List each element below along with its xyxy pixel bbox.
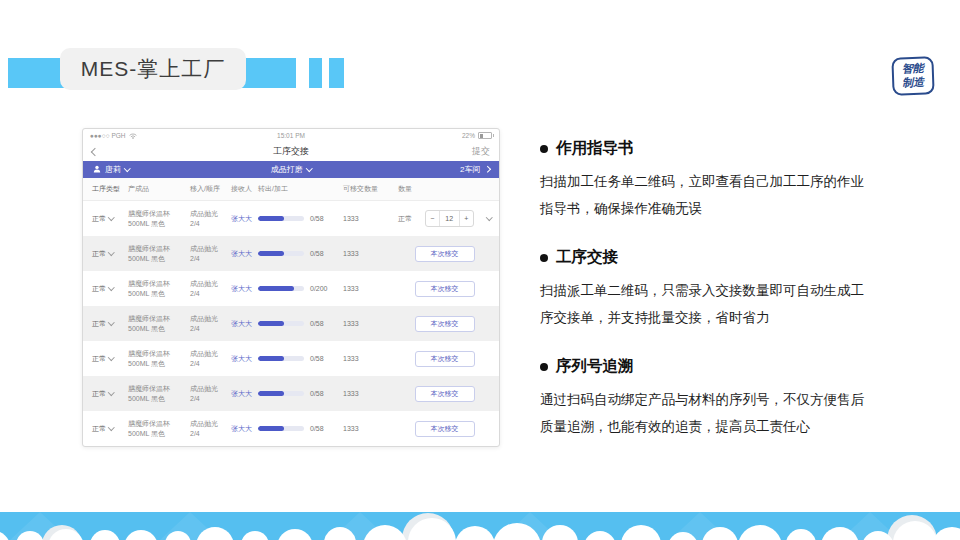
product-cell: 膳魔师保温杯500ML 黑色	[128, 244, 190, 264]
smart-manufacturing-stamp: 智能 制造	[891, 56, 934, 95]
progress-track	[258, 251, 304, 256]
progress-cell: 0/58	[258, 320, 343, 327]
chevron-down-icon	[108, 424, 114, 430]
progress-ratio: 0/58	[310, 355, 324, 362]
step-cell: 成品抛光2/4	[190, 209, 231, 229]
process-type-dropdown[interactable]: 正常	[83, 249, 128, 259]
receiver-link[interactable]: 张大大	[231, 424, 258, 434]
user-name: 唐莉	[105, 164, 121, 175]
progress-track	[258, 216, 304, 221]
process-type-dropdown[interactable]: 正常	[83, 319, 128, 329]
step-cell: 成品抛光2/4	[190, 419, 231, 439]
table-row: 正常 膳魔师保温杯500ML 黑色 成品抛光2/4 张大大 0/58 1333 …	[83, 341, 499, 376]
product-cell: 膳魔师保温杯500ML 黑色	[128, 279, 190, 299]
process-name: 成品打磨	[271, 164, 303, 175]
transfer-button[interactable]: 本次移交	[415, 246, 475, 262]
user-icon	[93, 165, 101, 173]
receiver-link[interactable]: 张大大	[231, 284, 258, 294]
wifi-icon	[129, 133, 137, 139]
progress-fill	[258, 286, 294, 291]
quantity-stepper[interactable]: −12+	[425, 210, 474, 227]
progress-fill	[258, 321, 284, 326]
nav-bar: 工序交接 提交	[83, 143, 499, 161]
receiver-link[interactable]: 张大大	[231, 319, 258, 329]
stepper-minus-button[interactable]: −	[426, 211, 439, 226]
process-type-dropdown[interactable]: 正常	[83, 424, 128, 434]
table-row: 正常 膳魔师保温杯500ML 黑色 成品抛光2/4 张大大 0/58 1333 …	[83, 201, 499, 236]
progress-fill	[258, 391, 284, 396]
receiver-link[interactable]: 张大大	[231, 354, 258, 364]
transfer-button[interactable]: 本次移交	[415, 421, 475, 437]
progress-cell: 0/200	[258, 285, 343, 292]
column-header: 移入/顺序	[190, 184, 231, 194]
process-dropdown[interactable]: 成品打磨	[83, 164, 499, 175]
chevron-down-icon	[108, 214, 114, 220]
transfer-button[interactable]: 本次移交	[415, 281, 475, 297]
banner-accent-bar	[329, 58, 344, 88]
table-row: 正常 膳魔师保温杯500ML 黑色 成品抛光2/4 张大大 0/58 1333 …	[83, 376, 499, 411]
transferable-qty: 1333	[343, 425, 390, 432]
chevron-down-icon[interactable]	[486, 214, 492, 220]
progress-cell: 0/58	[258, 355, 343, 362]
progress-cell: 0/58	[258, 250, 343, 257]
user-dropdown[interactable]: 唐莉	[93, 164, 130, 175]
workshop-selector[interactable]: 2车间	[460, 164, 489, 175]
step-cell: 成品抛光2/4	[190, 314, 231, 334]
product-cell: 膳魔师保温杯500ML 黑色	[128, 349, 190, 369]
transfer-button[interactable]: 本次移交	[415, 351, 475, 367]
process-type-dropdown[interactable]: 正常	[83, 284, 128, 294]
stepper-label: 正常	[398, 214, 412, 224]
transferable-qty: 1333	[343, 390, 390, 397]
receiver-link[interactable]: 张大大	[231, 389, 258, 399]
progress-fill	[258, 251, 284, 256]
progress-fill	[258, 216, 284, 221]
feature-title: 作用指导书	[556, 138, 634, 159]
column-header: 接收人	[231, 184, 258, 194]
stamp-line: 制造	[898, 75, 928, 90]
progress-cell: 0/58	[258, 425, 343, 432]
transfer-button[interactable]: 本次移交	[415, 316, 475, 332]
step-cell: 成品抛光2/4	[190, 349, 231, 369]
transferable-qty: 1333	[343, 250, 390, 257]
stamp-line: 智能	[898, 61, 928, 76]
progress-track	[258, 356, 304, 361]
progress-ratio: 0/200	[310, 285, 328, 292]
bullet-icon	[540, 254, 548, 262]
transferable-qty: 1333	[343, 285, 390, 292]
progress-cell: 0/58	[258, 390, 343, 397]
screen-title: 工序交接	[83, 145, 499, 158]
stepper-plus-button[interactable]: +	[460, 211, 473, 226]
step-cell: 成品抛光2/4	[190, 279, 231, 299]
receiver-link[interactable]: 张大大	[231, 249, 258, 259]
feature-title: 工序交接	[556, 247, 618, 268]
app-screenshot-panel: ●●●○○ PGH 15:01 PM 22% 工序交接 提交 唐莉	[82, 128, 500, 447]
carrier-signal: ●●●○○ PGH	[90, 132, 126, 139]
table-body: 正常 膳魔师保温杯500ML 黑色 成品抛光2/4 张大大 0/58 1333 …	[83, 201, 499, 446]
progress-ratio: 0/58	[310, 320, 324, 327]
step-cell: 成品抛光2/4	[190, 244, 231, 264]
table-row: 正常 膳魔师保温杯500ML 黑色 成品抛光2/4 张大大 0/58 1333 …	[83, 236, 499, 271]
feature-body: 扫描派工单二维码，只需录入交接数量即可自动生成工序交接单，并支持批量交接，省时省…	[540, 277, 876, 331]
process-type-dropdown[interactable]: 正常	[83, 354, 128, 364]
cloud-border-decoration	[0, 495, 960, 540]
product-cell: 膳魔师保温杯500ML 黑色	[128, 314, 190, 334]
column-header: 产成品	[128, 184, 190, 194]
quantity-stepper-group: 正常−12+	[398, 210, 491, 227]
transferable-qty: 1333	[343, 355, 390, 362]
page-title: MES-掌上工厂	[60, 48, 246, 90]
receiver-link[interactable]: 张大大	[231, 214, 258, 224]
status-time: 15:01 PM	[83, 132, 499, 139]
table-row: 正常 膳魔师保温杯500ML 黑色 成品抛光2/4 张大大 0/58 1333 …	[83, 411, 499, 446]
progress-ratio: 0/58	[310, 215, 324, 222]
chevron-down-icon	[108, 389, 114, 395]
feature-block: 工序交接 扫描派工单二维码，只需录入交接数量即可自动生成工序交接单，并支持批量交…	[540, 247, 880, 331]
process-type-dropdown[interactable]: 正常	[83, 214, 128, 224]
progress-ratio: 0/58	[310, 250, 324, 257]
transfer-button[interactable]: 本次移交	[415, 386, 475, 402]
feature-title: 序列号追溯	[556, 356, 634, 377]
progress-fill	[258, 426, 284, 431]
chevron-right-icon	[484, 166, 490, 172]
stepper-value: 12	[439, 211, 460, 226]
process-type-dropdown[interactable]: 正常	[83, 389, 128, 399]
filter-toolbar: 唐莉 成品打磨 2车间	[83, 161, 499, 179]
